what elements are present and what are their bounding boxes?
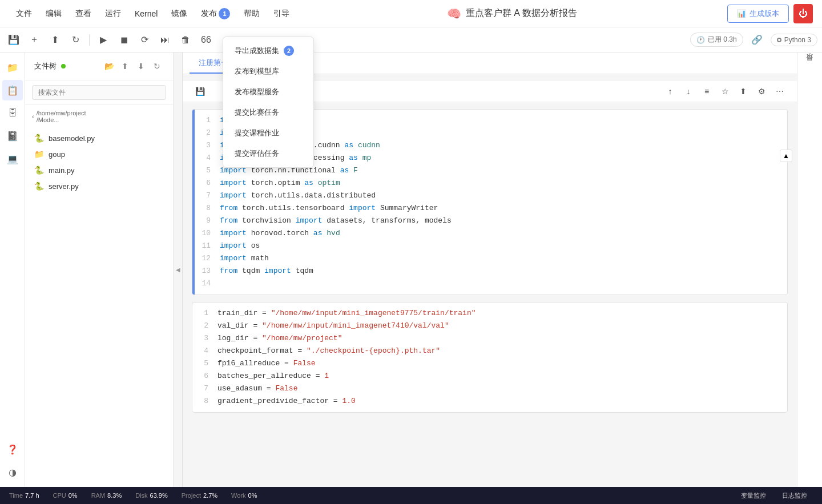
sidebar-header: 文件树 📂 ⬆ ⬇ ↻ [25, 53, 173, 80]
publish-badge: 1 [219, 8, 230, 19]
dropdown-item-publish-model[interactable]: 发布到模型库 [223, 61, 313, 82]
cell-settings-btn[interactable]: ⚙ [754, 83, 769, 99]
dropdown-item-publish-service[interactable]: 发布模型服务 [223, 82, 313, 102]
publish-dropdown-menu: 导出成数据集 2 发布到模型库 发布模型服务 提交比赛任务 提交课程作业 提交评… [223, 37, 314, 168]
menu-help[interactable]: 帮助 [237, 0, 267, 27]
generate-icon: 📊 [737, 9, 746, 18]
restart-button[interactable]: ⟳ [135, 31, 154, 49]
code-content-2[interactable]: train_dir = "/home/mw/input/mini_imagene… [213, 307, 787, 408]
kernel-name-badge: Python 3 [771, 34, 817, 46]
search-input[interactable] [32, 85, 166, 100]
kernel-status-dot [777, 38, 781, 42]
folder-icon: 📁 [34, 150, 44, 159]
sidebar-icon-code[interactable]: 📋 [2, 80, 23, 100]
refresh-tree-button[interactable]: ↻ [150, 59, 164, 73]
scroll-up-button[interactable]: ▲ [780, 150, 792, 162]
top-menubar: 文件 编辑 查看 运行 Kernel 镜像 发布 1 帮助 引导 🧠 重点客户群… [0, 0, 822, 27]
menu-edit[interactable]: 编辑 [39, 0, 68, 27]
status-ram: RAM 8.3% [91, 492, 122, 499]
clear-button[interactable]: 🗑 [176, 31, 195, 49]
file-path[interactable]: ‹ /home/mw/project /Mode... [25, 105, 173, 128]
run-all-button[interactable]: ⏭ [156, 31, 174, 49]
file-name: basemodel.py [49, 134, 95, 143]
cell-star-btn[interactable]: ☆ [717, 83, 733, 99]
download-button[interactable]: ⬇ [134, 59, 148, 73]
top-right-actions: 📊 生成版本 ⏻ [727, 4, 813, 23]
file-item-basemodel[interactable]: 🐍 basemodel.py [25, 130, 173, 146]
cell-share-btn[interactable]: ⬆ [735, 83, 751, 99]
dropdown-item-submit-competition[interactable]: 提交比赛任务 [223, 102, 313, 123]
app-title-area: 🧠 重点客户群 A 数据分析报告 [296, 7, 727, 21]
menu-kernel[interactable]: Kernel [128, 0, 164, 27]
file-name: goup [49, 150, 65, 159]
sidebar-icon-files[interactable]: 📁 [2, 57, 23, 78]
dropdown-badge: 2 [284, 46, 294, 56]
sidebar-search [25, 80, 173, 105]
save-button[interactable]: 💾 [5, 31, 23, 49]
sidebar-icon-terminal[interactable]: 💻 [2, 148, 23, 169]
sidebar-icon-notebook[interactable]: 📓 [2, 126, 23, 146]
cell-more-btn[interactable]: ⋯ [772, 83, 788, 99]
sidebar-icon-theme[interactable]: ◑ [2, 462, 23, 482]
main-toolbar: 💾 ＋ ⬆ ↻ ▶ ◼ ⟳ ⏭ 🗑 66 🕐 已用 0.3h 🔗 Python … [0, 27, 822, 53]
main-layout: 📁 📋 🗄 📓 💻 ❓ ◑ 文件树 📂 ⬆ ⬇ ↻ ‹ /home/ [0, 53, 822, 487]
new-folder-button[interactable]: 📂 [102, 59, 116, 73]
py-file-icon: 🐍 [34, 166, 44, 175]
file-name: server.py [49, 182, 79, 191]
refresh-button[interactable]: ↻ [66, 31, 84, 49]
variable-monitor-button[interactable]: 变量监控 [735, 490, 772, 501]
sidebar-icons-bottom: ❓ ◑ [2, 439, 23, 487]
cell-save-btn[interactable]: 💾 [192, 83, 208, 99]
file-item-server[interactable]: 🐍 server.py [25, 178, 173, 194]
line-numbers-1: 1234567891011121314 [195, 114, 215, 290]
status-cpu: CPU 0% [53, 492, 78, 499]
menu-mirror[interactable]: 镜像 [164, 0, 194, 27]
py-file-icon: 🐍 [34, 182, 44, 191]
clock-icon: 🕐 [696, 36, 705, 44]
menu-file[interactable]: 文件 [9, 0, 39, 27]
status-disk: Disk 63.9% [135, 492, 168, 499]
dropdown-item-export-dataset[interactable]: 导出成数据集 2 [223, 41, 313, 61]
menu-view[interactable]: 查看 [68, 0, 98, 27]
sidebar-collapse-handle[interactable]: ◀ [174, 53, 183, 487]
power-button[interactable]: ⏻ [793, 4, 813, 23]
add-cell-button[interactable]: ＋ [25, 31, 43, 49]
menu-run[interactable]: 运行 [98, 0, 128, 27]
file-item-goup[interactable]: 📁 goup [25, 146, 173, 162]
upload-file-button[interactable]: ⬆ [118, 59, 132, 73]
file-item-main[interactable]: 🐍 main.py [25, 162, 173, 178]
sidebar-icon-data[interactable]: 🗄 [2, 103, 23, 123]
stop-button[interactable]: ◼ [115, 31, 133, 49]
app-logo-icon: 🧠 [447, 7, 461, 21]
file-list: 🐍 basemodel.py 📁 goup 🐍 main.py 🐍 server… [25, 128, 173, 196]
toolbar-right: 🕐 已用 0.3h 🔗 Python 3 [690, 31, 817, 49]
code-body-2: 12345678 train_dir = "/home/mw/input/min… [192, 303, 787, 412]
toolbar-divider [89, 34, 90, 46]
collapse-arrow-icon: ◀ [176, 267, 180, 273]
sidebar-actions: 📂 ⬆ ⬇ ↻ [102, 59, 164, 73]
run-button[interactable]: ▶ [94, 31, 112, 49]
code-button[interactable]: 66 [197, 31, 215, 49]
cell-down-btn[interactable]: ↓ [680, 83, 696, 99]
statusbar: Time 7.7 h CPU 0% RAM 8.3% Disk 63.9% Pr… [0, 487, 822, 504]
status-project: Project 2.7% [182, 492, 217, 499]
py-file-icon: 🐍 [34, 134, 44, 143]
dropdown-item-submit-evaluation[interactable]: 提交评估任务 [223, 143, 313, 164]
toc-label[interactable]: 目录 [805, 64, 815, 66]
sidebar-status-dot [61, 64, 66, 68]
dropdown-item-submit-homework[interactable]: 提交课程作业 [223, 123, 313, 143]
power-icon: ⏻ [799, 9, 808, 19]
statusbar-right: 变量监控 日志监控 [735, 490, 813, 501]
menu-guide[interactable]: 引导 [267, 0, 296, 27]
file-tree-sidebar: 文件树 📂 ⬆ ⬇ ↻ ‹ /home/mw/project /Mode... … [25, 53, 174, 487]
cell-indent-btn[interactable]: ≡ [699, 83, 715, 99]
app-title: 重点客户群 A 数据分析报告 [466, 7, 577, 19]
link-button[interactable]: 🔗 [748, 31, 766, 49]
menu-publish[interactable]: 发布 1 [194, 0, 237, 27]
log-monitor-button[interactable]: 日志监控 [776, 490, 813, 501]
left-icon-strip: 📁 📋 🗄 📓 💻 ❓ ◑ [0, 53, 25, 487]
sidebar-icon-help[interactable]: ❓ [2, 439, 23, 459]
cell-up-btn[interactable]: ↑ [662, 83, 678, 99]
generate-version-button[interactable]: 📊 生成版本 [727, 5, 789, 23]
upload-button[interactable]: ⬆ [46, 31, 64, 49]
